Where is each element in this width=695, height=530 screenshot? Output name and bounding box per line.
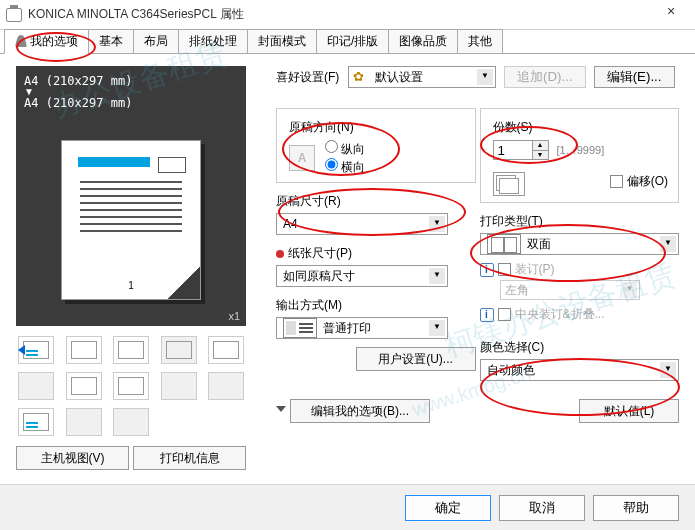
chevron-down-icon: ▼: [623, 282, 637, 298]
opt-icon-7[interactable]: [66, 372, 102, 400]
copies-range: [1…9999]: [557, 144, 605, 156]
select-value: 普通打印: [323, 320, 371, 337]
tab-bar: 我的选项 基本 布局 排纸处理 封面模式 印记/排版 图像品质 其他: [0, 30, 695, 54]
tab-other[interactable]: 其他: [457, 29, 503, 53]
print-type-select[interactable]: 双面 ▼: [480, 233, 680, 255]
opt-icon-blank: [161, 408, 197, 436]
binding-checkbox[interactable]: [498, 263, 511, 276]
copies-label: 份数(S): [493, 119, 669, 136]
copies-input[interactable]: [493, 140, 533, 160]
chevron-down-icon: ▼: [660, 362, 676, 378]
opt-icon-6[interactable]: [18, 372, 54, 400]
info-icon[interactable]: i: [480, 308, 494, 322]
favorite-label: 喜好设置(F): [276, 69, 348, 86]
tab-layout[interactable]: 布局: [133, 29, 179, 53]
opt-icon-4[interactable]: [161, 336, 197, 364]
radio-label: 横向: [341, 160, 365, 174]
page-thumb: 1: [61, 140, 201, 300]
edit-my-options-button[interactable]: 编辑我的选项(B)...: [290, 399, 430, 423]
thumb-page-number: 1: [128, 280, 134, 291]
edit-icon: [276, 406, 286, 417]
binding-label: 装订(P): [515, 261, 555, 278]
printer-info-button[interactable]: 打印机信息: [133, 446, 246, 470]
chevron-down-icon: ▼: [429, 320, 445, 336]
print-type-label: 打印类型(T): [480, 213, 680, 230]
offset-label: 偏移(O): [627, 173, 668, 190]
opt-icon-9[interactable]: [161, 372, 197, 400]
tab-quality[interactable]: 图像品质: [388, 29, 458, 53]
radio-landscape[interactable]: 横向: [325, 158, 365, 176]
help-button[interactable]: 帮助: [593, 495, 679, 521]
radio-portrait[interactable]: 纵向: [325, 140, 365, 158]
pin-icon: [276, 250, 284, 258]
duplex-icon: [487, 234, 521, 254]
thumb-side: [158, 157, 186, 173]
printer-icon: [6, 8, 22, 22]
cancel-button[interactable]: 取消: [499, 495, 585, 521]
tab-label: 基本: [99, 34, 123, 48]
arrow-icon: [13, 345, 25, 355]
chevron-down-icon: ▼: [429, 216, 445, 232]
zoom-indicator: x1: [228, 310, 240, 322]
radio-label: 纵向: [341, 142, 365, 156]
orientation-icon: [289, 145, 315, 171]
thumb-header: [78, 157, 150, 167]
opt-icon-13[interactable]: [113, 408, 149, 436]
select-value: 如同原稿尺寸: [283, 268, 355, 285]
tab-basic[interactable]: 基本: [88, 29, 134, 53]
select-value: 双面: [527, 236, 551, 253]
tab-label: 排纸处理: [189, 34, 237, 48]
opt-icon-10[interactable]: [208, 372, 244, 400]
output-size-text: A4 (210x297 mm): [24, 96, 238, 110]
paper-size-select[interactable]: 如同原稿尺寸 ▼: [276, 265, 448, 287]
label-text: 纸张尺寸(P): [288, 246, 352, 260]
tab-stamp[interactable]: 印记/排版: [316, 29, 389, 53]
collate-icon: [493, 172, 525, 196]
select-value: A4: [283, 217, 298, 231]
opt-icon-8[interactable]: [113, 372, 149, 400]
titlebar: KONICA MINOLTA C364SeriesPCL 属性 ×: [0, 0, 695, 30]
tab-label: 我的选项: [30, 34, 78, 48]
default-button[interactable]: 默认值(L): [579, 399, 679, 423]
chevron-down-icon: ▼: [477, 69, 493, 85]
tab-label: 布局: [144, 34, 168, 48]
opt-icon-12[interactable]: [66, 408, 102, 436]
host-view-button[interactable]: 主机视图(V): [16, 446, 129, 470]
info-icon[interactable]: i: [480, 263, 494, 277]
opt-icon-5[interactable]: [208, 336, 244, 364]
orientation-label: 原稿方向(N): [289, 119, 465, 136]
dialog-button-bar: 确定 取消 帮助: [0, 484, 695, 530]
copies-spinner[interactable]: ▲ ▼: [533, 140, 549, 160]
opt-icon-11[interactable]: [18, 408, 54, 436]
tab-my-options[interactable]: 我的选项: [4, 29, 89, 54]
fold-label: 中央装订&折叠...: [515, 306, 605, 323]
thumb-lines: [80, 181, 182, 237]
ok-button[interactable]: 确定: [405, 495, 491, 521]
person-icon: [15, 35, 27, 47]
opt-icon-1[interactable]: [18, 336, 54, 364]
select-value: 左角: [505, 282, 529, 299]
add-button: 追加(D)...: [504, 66, 586, 88]
edit-button[interactable]: 编辑(E)...: [594, 66, 675, 88]
original-size-select[interactable]: A4 ▼: [276, 213, 448, 235]
tab-label: 图像品质: [399, 34, 447, 48]
chevron-down-icon: ▼: [660, 236, 676, 252]
tab-label: 其他: [468, 34, 492, 48]
favorite-select[interactable]: 默认设置 ▼: [348, 66, 496, 88]
preview-pane: A4 (210x297 mm) ▼ A4 (210x297 mm) 1 x1: [16, 66, 246, 326]
opt-icon-2[interactable]: [66, 336, 102, 364]
color-select[interactable]: 自动颜色 ▼: [480, 359, 680, 381]
tab-cover[interactable]: 封面模式: [247, 29, 317, 53]
close-button[interactable]: ×: [653, 3, 689, 27]
option-icons: [16, 332, 246, 440]
fold-checkbox[interactable]: [498, 308, 511, 321]
opt-icon-blank: [208, 408, 244, 436]
output-method-select[interactable]: 普通打印 ▼: [276, 317, 448, 339]
offset-checkbox[interactable]: [610, 175, 623, 188]
opt-icon-3[interactable]: [113, 336, 149, 364]
spin-up[interactable]: ▲: [533, 141, 548, 151]
output-method-label: 输出方式(M): [276, 297, 476, 314]
spin-down[interactable]: ▼: [533, 151, 548, 160]
user-settings-button[interactable]: 用户设置(U)...: [356, 347, 476, 371]
tab-finish[interactable]: 排纸处理: [178, 29, 248, 53]
